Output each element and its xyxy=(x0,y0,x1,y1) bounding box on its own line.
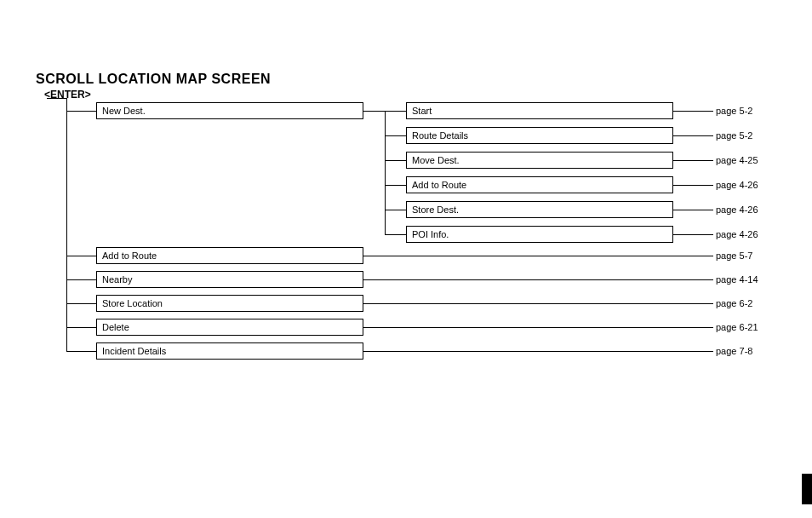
submenu-item-move-dest: Move Dest. xyxy=(406,152,673,169)
menu-item-nearby: Nearby xyxy=(96,271,363,288)
submenu-item-store-dest: Store Dest. xyxy=(406,201,673,218)
page-ref: page 7-8 xyxy=(716,346,752,356)
menu-item-label: Nearby xyxy=(102,274,132,285)
menu-item-label: Incident Details xyxy=(102,346,166,356)
menu-item-incident-details: Incident Details xyxy=(96,342,363,360)
submenu-item-add-to-route: Add to Route xyxy=(406,176,673,193)
menu-item-new-dest: New Dest. xyxy=(96,102,363,119)
menu-item-label: Add to Route xyxy=(102,250,157,261)
enter-label: <ENTER> xyxy=(44,89,91,101)
page-title: SCROLL LOCATION MAP SCREEN xyxy=(36,72,271,87)
menu-item-label: Store Dest. xyxy=(412,204,459,215)
page-ref: page 4-14 xyxy=(716,274,758,285)
menu-item-label: Store Location xyxy=(102,298,163,308)
menu-item-label: Delete xyxy=(102,322,129,332)
menu-item-delete: Delete xyxy=(96,319,363,336)
menu-item-label: Route Details xyxy=(412,130,468,141)
menu-item-label: New Dest. xyxy=(102,106,146,116)
menu-item-add-to-route: Add to Route xyxy=(96,247,363,264)
page-ref: page 6-2 xyxy=(716,298,752,308)
page-ref: page 4-26 xyxy=(716,204,758,215)
page-ref: page 5-2 xyxy=(716,130,752,141)
submenu-item-start: Start xyxy=(406,102,673,119)
edge-tab xyxy=(802,474,812,504)
menu-item-label: Move Dest. xyxy=(412,155,460,165)
page-ref: page 4-26 xyxy=(716,180,758,190)
page-ref: page 5-7 xyxy=(716,250,752,261)
submenu-item-route-details: Route Details xyxy=(406,127,673,144)
page-ref: page 5-2 xyxy=(716,106,752,116)
menu-item-store-location: Store Location xyxy=(96,295,363,312)
menu-item-label: POI Info. xyxy=(412,229,449,239)
menu-item-label: Start xyxy=(412,106,432,116)
page-ref: page 4-25 xyxy=(716,155,758,165)
page-ref: page 6-21 xyxy=(716,322,758,332)
submenu-item-poi-info: POI Info. xyxy=(406,226,673,243)
page-ref: page 4-26 xyxy=(716,229,758,239)
menu-item-label: Add to Route xyxy=(412,180,466,190)
